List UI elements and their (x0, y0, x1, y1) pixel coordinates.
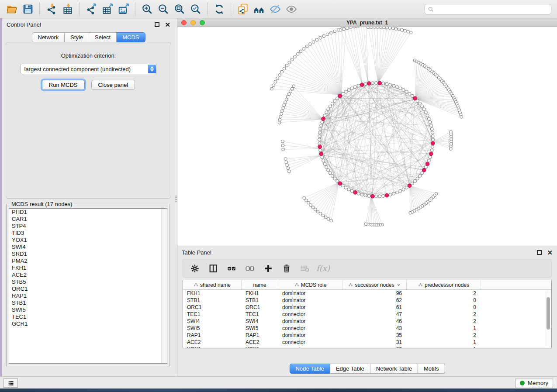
result-node-item[interactable]: FKH1 (9, 265, 167, 272)
show-columns-button[interactable] (207, 262, 219, 274)
select-all-columns-button[interactable] (225, 262, 237, 274)
table-row[interactable]: SWI5SWI5connector431 (183, 325, 551, 332)
zoom-window-icon[interactable] (200, 20, 205, 25)
open-session-icon (6, 3, 17, 15)
status-menu-button[interactable] (3, 378, 18, 388)
column-header-name[interactable]: name (242, 280, 278, 289)
table-panel-tabs: Node TableEdge TableNetwork TableMotifs (289, 364, 445, 374)
tab-motifs[interactable]: Motifs (418, 364, 445, 374)
cell-name: SWI4 (242, 318, 278, 324)
result-node-item[interactable]: SWI4 (9, 244, 167, 251)
close-window-icon[interactable] (181, 20, 187, 25)
column-header-successor-nodes[interactable]: successor nodes (343, 280, 407, 289)
delete-column-button[interactable] (280, 262, 292, 274)
cell-successor-nodes: 35 (343, 332, 407, 338)
table-row[interactable]: STB1STB1dominator620 (183, 297, 551, 304)
column-header-mcds-role[interactable]: MCDS role (278, 280, 343, 289)
hide-selected-button[interactable] (267, 2, 283, 16)
apply-layout-button[interactable] (211, 2, 227, 16)
cell-successor-nodes: 29 (343, 346, 407, 348)
export-network-button[interactable] (83, 2, 99, 16)
list-menu-icon (7, 380, 14, 387)
run-mcds-button[interactable]: Run MCDS (42, 80, 85, 90)
result-node-item[interactable]: PMA2 (9, 258, 167, 265)
result-list-scrollbar[interactable] (161, 209, 167, 363)
zoom-out-button[interactable] (155, 2, 171, 16)
result-node-item[interactable]: SRD1 (9, 251, 167, 258)
result-node-item[interactable]: STB5 (9, 279, 167, 285)
tab-style[interactable]: Style (65, 32, 89, 42)
close-panel-icon[interactable]: ✕ (165, 22, 170, 27)
minimize-window-icon[interactable] (190, 20, 196, 25)
result-node-item[interactable]: TEC1 (9, 313, 167, 320)
delete-column-icon (282, 264, 291, 273)
tab-mcds[interactable]: MCDS (117, 32, 145, 42)
criterion-dropdown[interactable]: largest connected component (undirected) (20, 64, 157, 74)
table-row[interactable]: ORC1ORC1dominator610 (183, 304, 551, 311)
table-row[interactable]: YOX1YOX1connector291 (183, 346, 551, 348)
network-canvas[interactable] (177, 27, 557, 246)
tab-network[interactable]: Network (31, 32, 65, 42)
result-node-item[interactable]: RAP1 (9, 292, 167, 299)
desktop-strip-bottom (0, 389, 557, 392)
table-row[interactable]: ACE2ACE2connector311 (183, 339, 551, 346)
cell-shared-name: ORC1 (183, 304, 242, 310)
float-table-panel-icon[interactable] (537, 250, 542, 255)
import-network-button[interactable] (43, 2, 59, 16)
export-image-button[interactable] (115, 2, 131, 16)
result-node-item[interactable]: GCR1 (9, 320, 167, 327)
zoom-selected-button[interactable] (187, 2, 204, 16)
save-session-button[interactable] (20, 2, 36, 16)
table-settings-button[interactable] (189, 262, 201, 274)
add-column-button[interactable] (262, 262, 274, 274)
apply-layout-icon (214, 3, 225, 15)
float-panel-icon[interactable] (155, 22, 159, 27)
result-node-item[interactable]: ORC1 (9, 285, 167, 292)
export-table-button[interactable] (99, 2, 115, 16)
memory-button[interactable]: Memory (515, 378, 553, 388)
result-node-item[interactable]: SWI5 (9, 306, 167, 313)
mcds-result-list: PHD1CAR1STP4TID3YOX1SWI4SRD1PMA2FKH1ACE2… (9, 208, 167, 364)
deselect-all-columns-button[interactable] (244, 262, 256, 274)
table-panel-title: Table Panel (182, 249, 211, 256)
table-scrollbar[interactable] (546, 291, 550, 346)
table-row[interactable]: FKH1FKH1dominator962 (183, 290, 551, 297)
result-node-item[interactable]: ACE2 (9, 272, 167, 279)
result-node-item[interactable]: YOX1 (9, 237, 167, 244)
first-neighbors-button[interactable] (251, 2, 267, 16)
close-table-panel-icon[interactable]: ✕ (547, 250, 553, 255)
result-node-item[interactable]: STP4 (9, 223, 167, 230)
search-input[interactable] (434, 5, 551, 14)
table-row[interactable]: TEC1TEC1connector472 (183, 311, 551, 318)
cell-shared-name: FKH1 (183, 290, 242, 296)
network-view-window: YPA_prune.txt_1 (177, 18, 557, 246)
cell-shared-name: STB1 (183, 297, 242, 303)
column-type-icon (418, 282, 423, 287)
cell-successor-nodes: 61 (343, 304, 407, 310)
table-row[interactable]: RAP1RAP1dominator352 (183, 332, 551, 339)
result-node-item[interactable]: STB1 (9, 299, 167, 306)
zoom-in-button[interactable] (139, 2, 155, 16)
column-header-predecessor-nodes[interactable]: predecessor nodes (407, 280, 481, 289)
cell-shared-name: YOX1 (183, 346, 242, 348)
cell-successor-nodes: 46 (343, 318, 407, 324)
result-node-item[interactable]: TID3 (9, 230, 167, 237)
show-all-button[interactable] (283, 2, 299, 16)
zoom-fit-button[interactable] (171, 2, 187, 16)
cell-mcds-role: dominator (278, 304, 343, 310)
result-node-item[interactable]: CAR1 (9, 216, 167, 223)
result-node-item[interactable]: PHD1 (9, 209, 167, 216)
close-panel-button[interactable]: Close panel (91, 80, 135, 90)
tab-select[interactable]: Select (89, 32, 117, 42)
import-table-button[interactable] (59, 2, 76, 16)
tab-edge-table[interactable]: Edge Table (330, 364, 370, 374)
tab-node-table[interactable]: Node Table (289, 364, 330, 374)
search-box[interactable] (425, 4, 551, 14)
main-toolbar (0, 0, 557, 18)
open-session-button[interactable] (3, 2, 20, 16)
network-from-selection-button[interactable] (235, 2, 251, 16)
table-scrollbar-thumb[interactable] (547, 297, 550, 330)
tab-network-table[interactable]: Network Table (370, 364, 418, 374)
column-header-shared-name[interactable]: shared name (183, 280, 242, 289)
table-row[interactable]: SWI4SWI4dominator462 (183, 318, 551, 325)
